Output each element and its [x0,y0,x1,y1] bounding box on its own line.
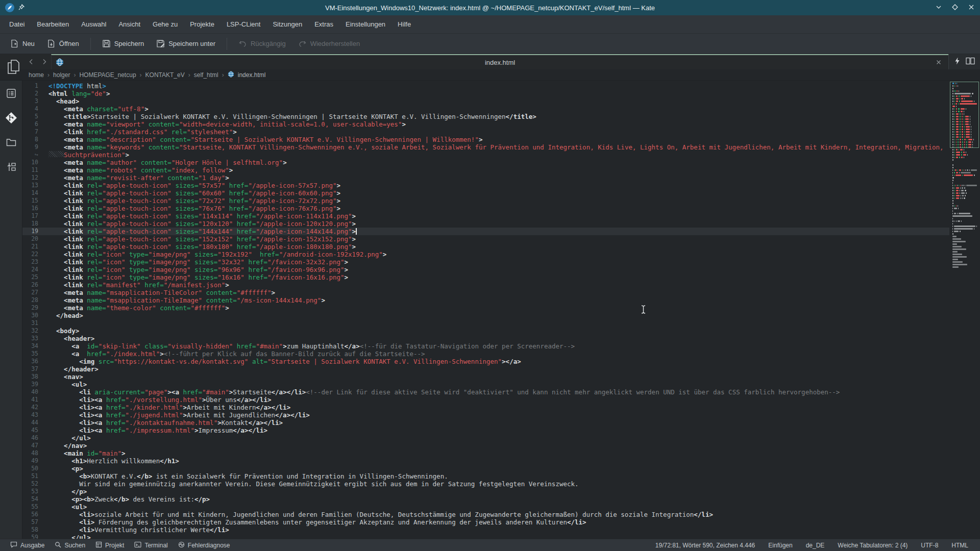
menu-einstellungen[interactable]: Einstellungen [340,17,390,31]
menu-extras[interactable]: Extras [309,17,338,31]
code-line[interactable]: 38 <nav> [22,373,949,381]
breadcrumb-file[interactable]: index.html [238,71,266,79]
open-button[interactable]: Öffnen [42,36,84,51]
save-as-button[interactable]: Speichern unter [151,36,220,51]
menu-hilfe[interactable]: Hilfe [393,17,416,31]
code-line[interactable]: 8 <meta name="description" content="Star… [22,136,949,143]
tab-close-icon[interactable] [935,59,942,67]
code-line[interactable]: 9 <meta name="keywords" content="Startse… [22,143,949,151]
code-line[interactable]: 48 <main id="main"> [22,449,949,457]
code-line[interactable]: 55 <ul> [22,503,949,511]
breadcrumb-kontakt-ev[interactable]: KONTAKT_eV [145,71,185,79]
code-line[interactable]: 3 <head> [22,97,949,105]
code-line[interactable]: 43 <li><a href="./jugend.html">Arbeit mi… [22,411,949,419]
code-line[interactable]: 1<!DOCTYPE html> [22,82,949,90]
commits-branch-icon[interactable] [5,160,18,173]
code-line[interactable]: 35 <a href="./index.html"><!--führt per … [22,350,949,358]
redo-button[interactable]: Wiederherstellen [293,36,365,51]
close-button[interactable] [968,4,975,12]
tab-index-html[interactable]: index.html [51,54,948,69]
code-line[interactable]: 16 <link rel="apple-touch-icon" sizes="7… [22,205,949,212]
panel-ausgabe[interactable]: Ausgabe [5,539,50,551]
code-line[interactable]: 27 <meta name="msapplication-TileColor" … [22,289,949,296]
code-line[interactable]: 22 <link rel="icon" type="image/png" siz… [22,251,949,258]
panel-terminal[interactable]: Terminal [129,539,173,551]
code-line[interactable]: ↪Suchtprävention"> [22,151,949,159]
panel-fehlerdiagnose[interactable]: Fehlerdiagnose [173,539,235,551]
code-line[interactable]: 42 <li><a href="./kinder.html">Arbeit mi… [22,404,949,411]
new-button[interactable]: Neu [5,36,40,51]
code-line[interactable]: 34 <a id="skip-link" class="visually-hid… [22,342,949,350]
documents-list-icon[interactable] [5,87,18,100]
code-line[interactable]: 5 <title>Startseite | Sozialwerk KONTAKT… [22,113,949,120]
back-icon[interactable] [24,54,38,69]
menu-bearbeiten[interactable]: Bearbeiten [32,17,74,31]
code-line[interactable]: 37 </header> [22,365,949,373]
titlebar[interactable]: VM-Einstellungen_Windows10_Netzwerk: ind… [0,0,980,15]
menu-auswahl[interactable]: Auswahl [76,17,111,31]
code-line[interactable]: 30 </head> [22,312,949,319]
code-line[interactable]: 17 <link rel="apple-touch-icon" sizes="1… [22,212,949,220]
panel-projekt[interactable]: Projekt [90,539,129,551]
code-line[interactable]: 47 </nav> [22,442,949,449]
cursor-position-status[interactable]: 19/72:81, Wörter 590, Zeichen 4.446 [649,542,762,549]
code-line[interactable]: 24 <link rel="icon" type="image/png" siz… [22,266,949,273]
code-line[interactable]: 59 </ul> [22,534,949,539]
forward-icon[interactable] [38,54,51,69]
code-line[interactable]: 29 <meta name="theme-color" content="#ff… [22,304,949,312]
code-line[interactable]: 39 <ul> [22,381,949,388]
menu-ansicht[interactable]: Ansicht [113,17,145,31]
code-line[interactable]: 40 <li aria-current="page"><a href="#mai… [22,388,949,396]
code-line[interactable]: 57 <li> Förderung des gleichberechtigten… [22,518,949,526]
code-line[interactable]: 4 <meta charset="utf-8"> [22,105,949,113]
code-line[interactable]: 44 <li><a href="./kontaktaufnahme.html">… [22,419,949,427]
code-line[interactable]: 13 <link rel="apple-touch-icon" sizes="5… [22,182,949,189]
undo-button[interactable]: Rückgängig [233,36,291,51]
menu-lsp-client[interactable]: LSP-CLient [222,17,265,31]
code-line[interactable]: 10 <meta name="author" content="Holger H… [22,159,949,166]
code-line[interactable]: 50 <p> [22,465,949,472]
code-line[interactable]: 15 <link rel="apple-touch-icon" sizes="7… [22,197,949,205]
menu-projekte[interactable]: Projekte [185,17,219,31]
panel-suchen[interactable]: Suchen [50,539,90,551]
code-line[interactable]: 2<html lang="de"> [22,90,949,97]
quick-open-icon[interactable] [954,57,961,67]
code-line[interactable]: 14 <link rel="apple-touch-icon" sizes="6… [22,189,949,197]
encoding-status[interactable]: UTF-8 [914,542,945,549]
menu-gehe-zu[interactable]: Gehe zu [148,17,183,31]
code-line[interactable]: 21 <link rel="apple-touch-icon" sizes="1… [22,243,949,251]
code-line[interactable]: 23 <link rel="icon" type="image/png" siz… [22,258,949,266]
code-line[interactable]: 49 <h1>Herzlich willkommen</h1> [22,457,949,465]
breadcrumb-holger[interactable]: holger [53,71,70,79]
breadcrumb-home[interactable]: home [29,71,44,79]
minimize-button[interactable] [935,4,942,12]
code-line[interactable]: 58 <li>Vermittlung christlicher Werte</l… [22,526,949,534]
code-line[interactable]: 36 <img src="https://kontakt-vs.de/konta… [22,358,949,365]
minimap-viewport[interactable] [950,82,979,148]
code-line[interactable]: 52 Wir sind ein gemeinnützig anerkannter… [22,480,949,488]
documents-stack-icon[interactable] [3,55,23,79]
split-view-icon[interactable] [966,57,975,67]
save-button[interactable]: Speichern [97,36,150,51]
tab-mode-status[interactable]: Weiche Tabulatoren: 2 (4) [831,542,914,549]
pin-icon[interactable] [18,4,24,12]
code-line[interactable]: 31 [22,319,949,327]
code-line[interactable]: 20 <link rel="apple-touch-icon" sizes="1… [22,235,949,243]
code-line[interactable]: 41 <li><a href="./vorstellung.html">Über… [22,396,949,404]
maximize-button[interactable] [951,4,959,12]
folder-icon[interactable] [5,136,18,149]
input-mode-status[interactable]: Einfügen [762,542,799,549]
code-line[interactable]: 18 <link rel="apple-touch-icon" sizes="1… [22,220,949,228]
code-line[interactable]: 33 <header> [22,335,949,342]
code-editor[interactable]: 1<!DOCTYPE html>2<html lang="de">3 <head… [22,81,949,539]
code-line[interactable]: 19 <link rel="apple-touch-icon" sizes="1… [22,228,949,235]
code-line[interactable]: 32 <body> [22,327,949,335]
breadcrumb-self-html[interactable]: self_html [194,71,218,79]
minimap-scrollbar[interactable] [949,81,980,539]
code-line[interactable]: 54 <p><b>Zweck</b> des Vereins ist:</p> [22,495,949,503]
code-line[interactable]: 12 <meta name="revisit-after" content="1… [22,174,949,182]
code-line[interactable]: 25 <link rel="icon" type="image/png" siz… [22,273,949,281]
git-icon[interactable] [5,111,18,124]
code-line[interactable]: 53 </p> [22,488,949,495]
code-line[interactable]: 46 </ul> [22,434,949,442]
